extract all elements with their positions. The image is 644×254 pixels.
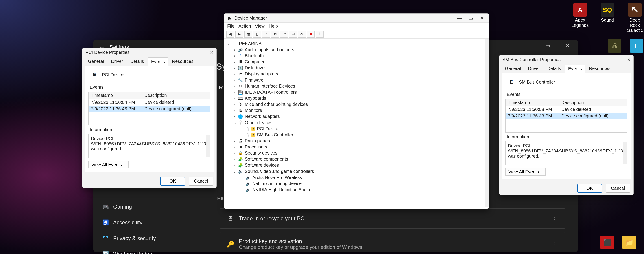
tree-twisty-icon[interactable]: › — [232, 102, 236, 107]
tree-node[interactable]: ⌄❔Other devices — [227, 119, 482, 126]
events-list[interactable]: TimestampDescription7/9/2023 11:30:08 PM… — [506, 99, 628, 132]
tree-node[interactable]: ›🌐Network adapters — [227, 113, 482, 119]
toolbar-button[interactable]: ⭳ — [316, 31, 324, 38]
close-button[interactable]: ✕ — [208, 49, 215, 56]
ok-button[interactable]: OK — [160, 177, 185, 185]
tree-node[interactable]: ⌄🖥PEKARINA — [227, 41, 482, 47]
tree-node[interactable]: ›🖥Display adapters — [227, 71, 482, 77]
tree-node[interactable]: ›🖥Computer — [227, 59, 482, 65]
minimize-button[interactable]: — — [455, 15, 464, 22]
menu-item[interactable]: File — [227, 24, 234, 29]
tree-twisty-icon[interactable]: › — [232, 78, 236, 83]
tree-twisty-icon[interactable]: › — [232, 144, 236, 150]
tab[interactable]: Driver — [108, 57, 126, 66]
tab[interactable]: Details — [544, 65, 564, 73]
toolbar-button[interactable]: ⟳ — [280, 31, 288, 38]
tab[interactable]: Details — [127, 57, 147, 66]
tree-twisty-icon[interactable]: › — [232, 138, 236, 143]
maximize-button[interactable]: ▭ — [466, 15, 476, 22]
event-row[interactable]: 7/9/2023 11:30:08 PMDevice deleted — [506, 106, 627, 113]
tree-node[interactable]: ›🖲Human Interface Devices — [227, 83, 482, 89]
menu-item[interactable]: View — [255, 24, 265, 29]
tree-node[interactable]: ›🔧Firmware — [227, 77, 482, 83]
tree-node[interactable]: ›🖥Monitors — [227, 107, 482, 113]
desktop-shortcut[interactable]: AApex Legends — [571, 3, 590, 33]
tree-node[interactable]: 🔈Arctis Nova Pro Wireless — [227, 174, 482, 181]
desktop-shortcut[interactable]: 📁 — [622, 235, 636, 249]
tree-twisty-icon[interactable]: › — [232, 65, 236, 71]
event-row[interactable]: 7/9/2023 11:36:43 PMDevice configured (n… — [506, 113, 627, 119]
close-button[interactable]: ✕ — [561, 41, 574, 50]
desktop-shortcut[interactable]: ⛏Deep Rock Galactic — [626, 3, 644, 33]
tree-twisty-icon[interactable]: › — [232, 59, 236, 65]
tree-node[interactable]: 🔈Nahimic mirroring device — [227, 181, 482, 187]
tree-twisty-icon[interactable]: › — [232, 90, 236, 95]
desktop-shortcut[interactable]: ⬛ — [600, 235, 614, 249]
menu-item[interactable]: Action — [238, 24, 251, 29]
maximize-button[interactable]: ▭ — [541, 41, 554, 50]
toolbar-button[interactable]: ⎙ — [253, 31, 261, 38]
tree-node[interactable]: ›💾IDE ATA/ATAPI controllers — [227, 89, 482, 95]
trade-in-card[interactable]: 🖥 Trade-in or recycle your PC 〉 — [219, 208, 566, 229]
tree-node[interactable]: ›🧩Software devices — [227, 162, 482, 168]
titlebar[interactable]: 🖥 Device Manager — ▭ ✕ — [224, 14, 489, 23]
desktop-shortcut[interactable]: F — [630, 39, 643, 53]
column-header[interactable]: Description — [142, 92, 210, 99]
sidebar-item[interactable]: 🛡Privacy & security — [99, 233, 171, 244]
tree-twisty-icon[interactable]: ⌄ — [232, 120, 236, 125]
tree-twisty-icon[interactable]: › — [232, 96, 236, 101]
tree-node[interactable]: ❔!SM Bus Controller — [227, 132, 482, 138]
events-list[interactable]: TimestampDescription7/9/2023 11:30:04 PM… — [88, 92, 210, 125]
tab[interactable]: General — [502, 65, 524, 73]
scrollbar[interactable] — [206, 135, 210, 157]
desktop-shortcut[interactable]: ☠ — [608, 39, 621, 53]
ok-button[interactable]: OK — [578, 184, 602, 193]
tree-twisty-icon[interactable]: › — [232, 150, 236, 156]
tab[interactable]: General — [84, 57, 107, 66]
tree-node[interactable]: ›🖱Mice and other pointing devices — [227, 101, 482, 107]
tab[interactable]: Events — [565, 65, 585, 73]
tree-twisty-icon[interactable]: › — [232, 47, 236, 52]
cancel-button[interactable]: Cancel — [606, 184, 630, 193]
toolbar-button[interactable]: ? — [262, 31, 270, 38]
menu-item[interactable]: Help — [269, 24, 278, 29]
tree-node[interactable]: ›🔊Audio inputs and outputs — [227, 47, 482, 53]
tree-node[interactable]: ⌄🔈Sound, video and game controllers — [227, 168, 482, 174]
close-button[interactable]: ✕ — [477, 15, 487, 22]
minimize-button[interactable]: — — [521, 41, 534, 50]
tree-twisty-icon[interactable]: › — [232, 163, 236, 168]
toolbar-button[interactable]: ⧉ — [271, 31, 279, 38]
tree-node[interactable]: 🔈NVIDIA High Definition Audio — [227, 187, 482, 193]
toolbar-button[interactable]: 🖥 — [289, 31, 297, 38]
toolbar-button[interactable]: 🖧 — [298, 31, 306, 38]
tab[interactable]: Driver — [525, 65, 543, 73]
tree-node[interactable]: ›⌨Keyboards — [227, 95, 482, 101]
view-all-events-button[interactable]: View All Events... — [88, 161, 128, 168]
tree-twisty-icon[interactable]: › — [232, 71, 236, 77]
event-row[interactable]: 7/9/2023 11:36:43 PMDevice configured (n… — [88, 106, 210, 112]
close-button[interactable]: ✕ — [626, 56, 632, 63]
desktop-shortcut[interactable]: SQSquad — [598, 3, 617, 33]
toolbar-button[interactable]: ✖ — [307, 31, 315, 38]
tree-node[interactable]: ›ᛒBluetooth — [227, 53, 482, 59]
column-header[interactable]: Description — [559, 99, 627, 106]
tree-twisty-icon[interactable]: › — [232, 108, 236, 113]
sidebar-item[interactable]: 🔄Windows Update — [99, 248, 171, 254]
titlebar[interactable]: SM Bus Controller Properties ✕ — [499, 55, 634, 64]
cancel-button[interactable]: Cancel — [189, 177, 213, 185]
toolbar-button[interactable]: ▦ — [244, 31, 252, 38]
tree-node[interactable]: ❔!PCI Device — [227, 126, 482, 132]
tree-node[interactable]: ›🧩Software components — [227, 156, 482, 162]
tree-twisty-icon[interactable]: ⌄ — [227, 41, 230, 46]
tree-node[interactable]: ›💽Disk drives — [227, 65, 482, 71]
view-all-events-button[interactable]: View All Events... — [506, 168, 546, 176]
tree-node[interactable]: ›🖨Print queues — [227, 138, 482, 144]
tree-twisty-icon[interactable]: ⌄ — [232, 169, 236, 174]
device-tree[interactable]: ⌄🖥PEKARINA›🔊Audio inputs and outputs›ᛒBl… — [224, 39, 489, 207]
tab[interactable]: Resources — [169, 57, 197, 66]
tab[interactable]: Resources — [586, 65, 614, 73]
event-row[interactable]: 7/9/2023 11:30:04 PMDevice deleted — [88, 99, 210, 106]
titlebar[interactable]: PCI Device Properties ✕ — [82, 48, 216, 57]
toolbar-button[interactable]: ◀ — [226, 31, 234, 38]
product-key-card[interactable]: 🔑 Product key and activation Change prod… — [219, 232, 566, 254]
